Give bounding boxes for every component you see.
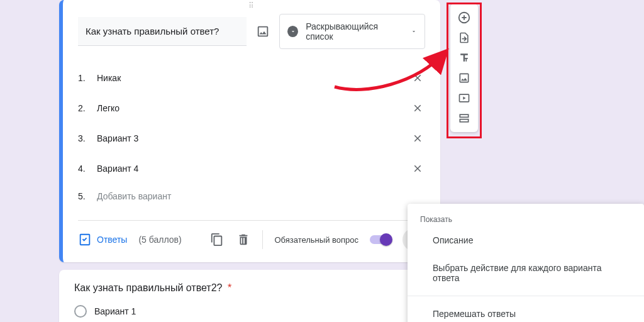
remove-option-button[interactable] — [410, 70, 425, 86]
option-text: Вариант 4 — [97, 164, 138, 174]
option-row[interactable]: 1.Никак — [78, 63, 425, 93]
radio-icon — [74, 305, 87, 318]
option-row[interactable]: 3.Вариант 3 — [78, 123, 425, 153]
option-number: 3. — [78, 133, 89, 143]
remove-option-button[interactable] — [410, 161, 425, 176]
option-text: Добавить вариант — [97, 191, 171, 201]
add-image-toolbar-button[interactable] — [453, 68, 475, 88]
option-row[interactable]: 2.Легко — [78, 93, 425, 123]
close-icon — [412, 72, 423, 84]
option-number: 1. — [78, 73, 89, 83]
close-icon — [412, 163, 423, 174]
answers-icon — [78, 233, 92, 247]
option-number: 4. — [78, 164, 89, 174]
question-type-select[interactable]: Раскрывающийся список — [279, 14, 425, 49]
trash-icon — [236, 233, 250, 247]
question-card-2[interactable]: Как узнать правильный ответ2? * Вариант … — [59, 270, 440, 322]
import-questions-button[interactable] — [453, 28, 475, 48]
question-type-label: Раскрывающийся список — [306, 21, 403, 42]
menu-item-description[interactable]: Описание — [408, 226, 644, 254]
option-number: 5. — [78, 191, 89, 201]
svg-rect-2 — [460, 114, 468, 117]
option-text: Никак — [97, 73, 121, 83]
video-icon — [458, 92, 470, 104]
question2-title: Как узнать правильный ответ2? * — [74, 282, 425, 294]
add-image-button[interactable] — [255, 24, 270, 39]
menu-item-action-per-option[interactable]: Выбрать действие для каждого варианта от… — [408, 254, 644, 292]
option-text: Легко — [97, 103, 119, 113]
close-icon — [412, 103, 423, 114]
required-label: Обязательный вопрос — [274, 235, 358, 245]
add-question-button[interactable] — [453, 8, 475, 28]
answers-label: Ответы — [97, 235, 127, 245]
dropdown-type-icon — [287, 26, 298, 37]
import-icon — [458, 31, 470, 44]
close-icon — [412, 133, 423, 144]
question-title-input[interactable] — [78, 17, 247, 46]
image-icon — [458, 72, 470, 84]
points-label: (5 баллов) — [138, 235, 181, 245]
option-text: Вариант 3 — [97, 133, 138, 143]
remove-option-button[interactable] — [410, 131, 425, 146]
add-option-row[interactable]: 5.Добавить вариант — [78, 184, 425, 209]
answer-key-button[interactable]: Ответы — [78, 233, 127, 247]
menu-section-label: Показать — [408, 210, 644, 226]
remove-option-button[interactable] — [410, 101, 425, 116]
chevron-down-icon — [411, 28, 417, 35]
delete-button[interactable] — [236, 232, 251, 247]
question2-option-1[interactable]: Вариант 1 — [74, 305, 425, 318]
add-section-button[interactable] — [453, 108, 475, 128]
duplicate-button[interactable] — [209, 232, 225, 247]
floating-toolbar — [450, 4, 478, 132]
plus-circle-icon — [457, 11, 471, 25]
question-options-menu: Показать Описание Выбрать действие для к… — [408, 204, 644, 322]
add-video-button[interactable] — [453, 88, 475, 108]
copy-icon — [210, 233, 224, 247]
question2-option-label: Вариант 1 — [94, 306, 136, 316]
menu-item-shuffle[interactable]: Перемешать ответы — [408, 300, 644, 322]
image-icon — [256, 25, 270, 38]
required-toggle[interactable] — [370, 235, 391, 244]
option-row[interactable]: 4.Вариант 4 — [78, 153, 425, 184]
svg-rect-3 — [460, 119, 468, 122]
text-icon — [458, 52, 470, 64]
options-list: 1.Никак2.Легко3.Вариант 34.Вариант 45.До… — [78, 63, 425, 209]
section-icon — [458, 112, 470, 125]
option-number: 2. — [78, 103, 89, 113]
add-title-button[interactable] — [453, 48, 475, 68]
question-card-active: ⠿ Раскрывающийся список 1.Никак2.Легко — [59, 0, 440, 262]
drag-handle-icon[interactable]: ⠿ — [248, 1, 255, 10]
